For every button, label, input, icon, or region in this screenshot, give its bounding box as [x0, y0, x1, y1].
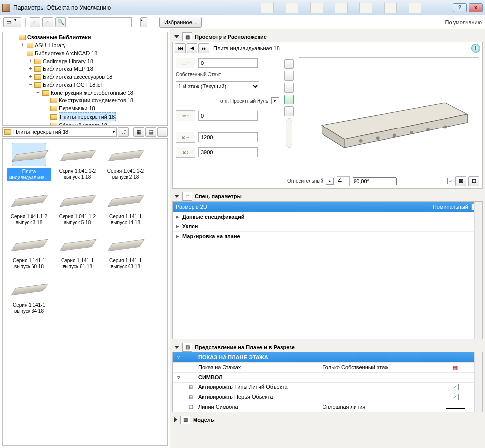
panel-icon: ⁞≡	[182, 192, 192, 201]
thumb-item[interactable]: Серия 1.141-1 выпуск 14 18	[103, 188, 148, 225]
tree-item[interactable]: Библиотека ArchiCAD 18	[35, 49, 97, 57]
mirror-y-button[interactable]: ⊡	[468, 176, 479, 186]
thumb-item[interactable]: Серия 1.041.1-2 выпуск 2 18	[103, 143, 148, 181]
tree-item[interactable]: Конструкции фундаментов 18	[59, 96, 133, 104]
spec-group[interactable]: ▶ Маркировка на плане	[173, 231, 482, 241]
tree-item[interactable]: Конструкции железобетонные 18	[51, 89, 133, 96]
panel-spec: ⁞≡ Спец. параметры Размер в 2D Номинальн…	[172, 192, 483, 339]
mirror-check[interactable]: ✓	[447, 178, 453, 184]
thumb-item[interactable]: Серия 1.141-1 выпуск 61 18	[55, 232, 99, 270]
project-zero-dropdown[interactable]: ▸	[271, 97, 279, 104]
spec-header-row[interactable]: Размер в 2D Номинальный ▸	[173, 202, 482, 212]
length-icon: ⊠↕	[176, 147, 195, 158]
plan-group-floor: ПОКАЗ НА ПЛАНЕ ЭТАЖА	[196, 354, 323, 360]
relative-dropdown[interactable]: ▸	[326, 178, 334, 185]
thumbnail-grid[interactable]: Плита индивидуальна... Серия 1.041.1-2 в…	[2, 138, 168, 446]
relative-label: Относительный	[287, 178, 323, 184]
panel-header-preview[interactable]: ▦ Просмотр и Расположение	[172, 32, 483, 42]
panel-icon: ▦	[182, 32, 192, 41]
view-mode-button[interactable]: ▭	[3, 17, 14, 27]
view-large-icons[interactable]: ▦	[133, 127, 144, 137]
table-row[interactable]: Показ на Этажах Только Собственный этаж …	[173, 362, 482, 372]
titlebar: Параметры Объекта по Умолчанию ? x	[0, 0, 485, 15]
panel-header-spec[interactable]: ⁞≡ Спец. параметры	[172, 192, 483, 201]
thumb-item[interactable]: Серия 1.141-1 выпуск 63 18	[103, 232, 148, 270]
width-icon: ⊠↔	[176, 132, 195, 143]
thumb-item[interactable]: Серия 1.141-1 выпуск 64 18	[7, 277, 51, 314]
panel-header-plan[interactable]: ▥ Представление на Плане и в Разрезе	[172, 342, 483, 352]
tree-item[interactable]: Библиотека ГОСТ 18.lcf	[43, 81, 102, 89]
line-sample[interactable]	[446, 408, 465, 409]
tree-item[interactable]: Перемычки 18	[59, 104, 95, 112]
favorites-button[interactable]: Избранное...	[159, 17, 202, 28]
link-icon[interactable]	[286, 118, 292, 148]
tree-item[interactable]: Cadimage Library 18	[43, 57, 93, 65]
tree-item-selected[interactable]: Плиты перекрытий 18	[59, 112, 116, 121]
tree-item[interactable]: Сборный каркас 18	[59, 121, 107, 126]
story-select[interactable]: 1-й этаж (Текущий)	[176, 81, 259, 91]
search-options-dropdown[interactable]: ▸	[140, 17, 147, 27]
up-folder-button[interactable]: ⮍	[118, 127, 129, 137]
table-row-group[interactable]: ▿ СИМВОЛ	[173, 372, 482, 382]
search-icon[interactable]: 🔍	[55, 17, 66, 27]
panel-icon: ▧	[180, 416, 190, 424]
width-input[interactable]	[198, 132, 258, 142]
view-mode-dropdown[interactable]: ▾	[14, 17, 21, 27]
search-input[interactable]	[68, 17, 132, 27]
view-small-icons[interactable]: ▤	[145, 127, 156, 137]
thumb-item[interactable]: Серия 1.041.1-2 выпуск 1 18	[55, 143, 99, 181]
table-row[interactable]: ⊞ Активировать Перья Объекта ✓	[173, 392, 482, 402]
project-zero-label: отн. Проектный Нуль	[220, 98, 268, 104]
mirror-x-button[interactable]: ⊠	[455, 176, 466, 186]
object-name: Плита индивидуальная 18	[210, 45, 470, 51]
close-button[interactable]: x	[469, 3, 483, 12]
view-list[interactable]: ≡	[157, 127, 168, 137]
checkbox[interactable]: ✓	[453, 394, 459, 400]
svg-point-6	[410, 131, 413, 134]
panel-header-model[interactable]: ▧ Модель	[172, 415, 483, 425]
tree-item[interactable]: Библиотека аксессуаров 18	[43, 73, 112, 81]
scrollbar[interactable]	[474, 202, 482, 339]
checkbox[interactable]: ✓	[453, 384, 459, 390]
tree-item[interactable]: Библиотека MEP 18	[43, 65, 93, 73]
library-button-2[interactable]: ⌂	[42, 17, 53, 27]
thumb-item[interactable]: Серия 1.141-1 выпуск 60 18	[7, 232, 51, 270]
help-button[interactable]: ?	[453, 3, 467, 12]
nav-prev-button[interactable]: ◀	[187, 43, 197, 53]
view-mode-1[interactable]	[284, 59, 294, 69]
length-input[interactable]	[198, 147, 258, 157]
view-mode-5[interactable]	[284, 106, 294, 116]
nav-first-button[interactable]: ⏮	[175, 43, 186, 53]
panel-title: Просмотр и Расположение	[195, 34, 267, 40]
table-row[interactable]: ☐ Линии Символа Сплошная линия	[173, 402, 482, 412]
tree-root[interactable]: Связанные Библиотеки	[27, 33, 91, 41]
tree-item[interactable]: ASU_Library	[35, 41, 65, 49]
thumb-item-selected[interactable]: Плита индивидуальна...	[7, 143, 51, 181]
thumb-item[interactable]: Серия 1.041.1-2 выпуск 3 18	[7, 188, 51, 225]
nav-next-button[interactable]: ⏭	[198, 43, 209, 53]
svg-point-7	[426, 128, 430, 131]
elevation-input[interactable]	[198, 58, 258, 68]
scrollbar[interactable]	[474, 352, 482, 412]
info-icon[interactable]: i	[471, 44, 480, 53]
panel-title: Модель	[193, 417, 214, 423]
view-mode-3[interactable]	[284, 83, 294, 93]
view-mode-2[interactable]	[284, 71, 294, 81]
default-label: По умолчанию	[445, 19, 482, 25]
library-button-1[interactable]: ⌂	[30, 17, 40, 27]
angle-input[interactable]	[353, 177, 397, 185]
height-input[interactable]	[198, 111, 258, 121]
table-row[interactable]: ⊞ Активировать Типы Линий Объекта ✓	[173, 382, 482, 392]
spec-group[interactable]: ▶ Уклон	[173, 222, 482, 231]
panel-model: ▧ Модель	[172, 415, 483, 425]
view-mode-3d[interactable]	[284, 95, 294, 104]
plan-header-row: ▿ ПОКАЗ НА ПЛАНЕ ЭТАЖА ▸	[173, 352, 482, 362]
spec-group[interactable]: ▶ Данные спецификаций	[173, 212, 482, 222]
params-column: ⬚↕ Собственный Этаж: 1-й этаж (Текущий) …	[176, 57, 279, 171]
preview-3d[interactable]	[299, 57, 479, 171]
library-tree[interactable]: −Связанные Библиотеки +ASU_Library −Библ…	[2, 32, 168, 126]
story-icon[interactable]: ▦	[453, 364, 458, 370]
thumb-item[interactable]: Серия 1.041.1-2 выпуск 5 18	[55, 188, 99, 225]
folder-combo[interactable]: Плиты перекрытий 18 ▾	[2, 127, 117, 137]
folder-combo-label: Плиты перекрытий 18	[13, 129, 68, 135]
